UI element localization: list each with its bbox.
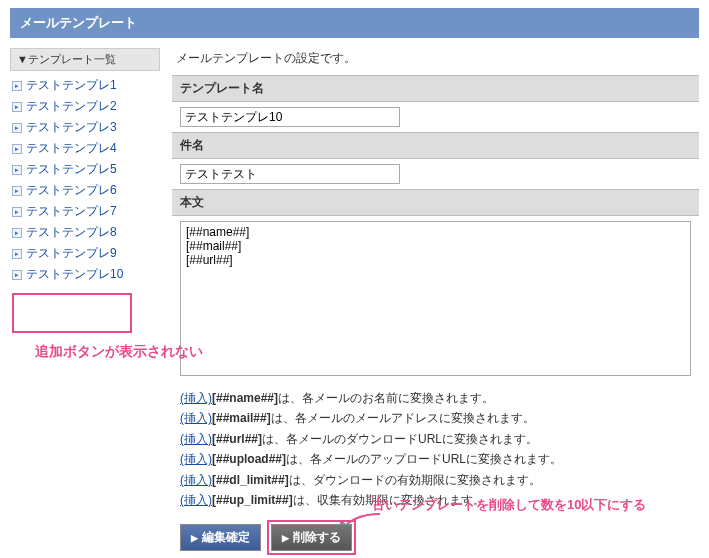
placeholder-token: [##mail##] (212, 411, 271, 425)
placeholder-token: [##up_limit##] (212, 493, 293, 507)
template-name-heading: テンプレート名 (172, 75, 699, 102)
bullet-icon: ▸ (12, 270, 22, 280)
sidebar-link[interactable]: テストテンプレ5 (26, 161, 117, 178)
placeholder-desc: は、各メールのお名前に変換されます。 (278, 391, 494, 405)
placeholder-desc: は、ダウンロードの有効期限に変換されます。 (289, 473, 541, 487)
description: メールテンプレートの設定です。 (172, 48, 699, 75)
bullet-icon: ▸ (12, 102, 22, 112)
subject-heading: 件名 (172, 132, 699, 159)
insert-link[interactable]: (挿入) (180, 391, 212, 405)
page-title: メールテンプレート (10, 8, 699, 38)
placeholder-token: [##upload##] (212, 452, 286, 466)
sidebar-item: ▸テストテンプレ8 (12, 222, 160, 243)
placeholder-token: [##url##] (212, 432, 262, 446)
bullet-icon: ▸ (12, 207, 22, 217)
body-textarea[interactable] (180, 221, 691, 376)
subject-input[interactable] (180, 164, 400, 184)
insert-link[interactable]: (挿入) (180, 452, 212, 466)
sidebar-link[interactable]: テストテンプレ10 (26, 266, 123, 283)
play-icon: ▶ (282, 533, 289, 543)
placeholder-hints: (挿入)[##name##]は、各メールのお名前に変換されます。(挿入)[##m… (172, 384, 699, 512)
sidebar-heading: ▼テンプレート一覧 (10, 48, 160, 71)
sidebar-item: ▸テストテンプレ10 (12, 264, 160, 285)
insert-link[interactable]: (挿入) (180, 432, 212, 446)
sidebar-item: ▸テストテンプレ7 (12, 201, 160, 222)
sidebar-link[interactable]: テストテンプレ2 (26, 98, 117, 115)
bullet-icon: ▸ (12, 186, 22, 196)
placeholder-desc: は、各メールのアップロードURLに変換されます。 (286, 452, 562, 466)
sidebar-item: ▸テストテンプレ5 (12, 159, 160, 180)
bullet-icon: ▸ (12, 144, 22, 154)
sidebar-item: ▸テストテンプレ2 (12, 96, 160, 117)
annotation-delete-text: 古いテンプレートを削除して数を10以下にする (372, 496, 646, 514)
annotation-missing-add-text: 追加ボタンが表示されない (35, 343, 185, 361)
sidebar-item: ▸テストテンプレ6 (12, 180, 160, 201)
bullet-icon: ▸ (12, 228, 22, 238)
template-name-input[interactable] (180, 107, 400, 127)
delete-button[interactable]: ▶ 削除する (271, 524, 352, 551)
annotation-missing-add-box (12, 293, 132, 333)
main-panel: メールテンプレートの設定です。 テンプレート名 件名 本文 (挿入)[##nam… (172, 48, 699, 555)
placeholder-token: [##dl_limit##] (212, 473, 289, 487)
insert-link[interactable]: (挿入) (180, 411, 212, 425)
play-icon: ▶ (191, 533, 198, 543)
sidebar-link[interactable]: テストテンプレ9 (26, 245, 117, 262)
insert-link[interactable]: (挿入) (180, 493, 212, 507)
sidebar-link[interactable]: テストテンプレ3 (26, 119, 117, 136)
sidebar-item: ▸テストテンプレ4 (12, 138, 160, 159)
bullet-icon: ▸ (12, 249, 22, 259)
sidebar-link[interactable]: テストテンプレ4 (26, 140, 117, 157)
confirm-button-label: 編集確定 (202, 529, 250, 546)
bullet-icon: ▸ (12, 165, 22, 175)
sidebar-link[interactable]: テストテンプレ6 (26, 182, 117, 199)
sidebar-link[interactable]: テストテンプレ8 (26, 224, 117, 241)
sidebar-link[interactable]: テストテンプレ1 (26, 77, 117, 94)
insert-link[interactable]: (挿入) (180, 473, 212, 487)
placeholder-token: [##name##] (212, 391, 278, 405)
bullet-icon: ▸ (12, 81, 22, 91)
delete-button-label: 削除する (293, 529, 341, 546)
sidebar-item: ▸テストテンプレ1 (12, 75, 160, 96)
sidebar-item: ▸テストテンプレ3 (12, 117, 160, 138)
body-heading: 本文 (172, 189, 699, 216)
confirm-button[interactable]: ▶ 編集確定 (180, 524, 261, 551)
placeholder-desc: は、各メールのダウンロードURLに変換されます。 (262, 432, 538, 446)
sidebar-item: ▸テストテンプレ9 (12, 243, 160, 264)
placeholder-desc: は、各メールのメールアドレスに変換されます。 (271, 411, 535, 425)
sidebar: ▼テンプレート一覧 ▸テストテンプレ1▸テストテンプレ2▸テストテンプレ3▸テス… (10, 48, 160, 555)
bullet-icon: ▸ (12, 123, 22, 133)
annotation-delete-highlight: ▶ 削除する (267, 520, 356, 555)
sidebar-link[interactable]: テストテンプレ7 (26, 203, 117, 220)
